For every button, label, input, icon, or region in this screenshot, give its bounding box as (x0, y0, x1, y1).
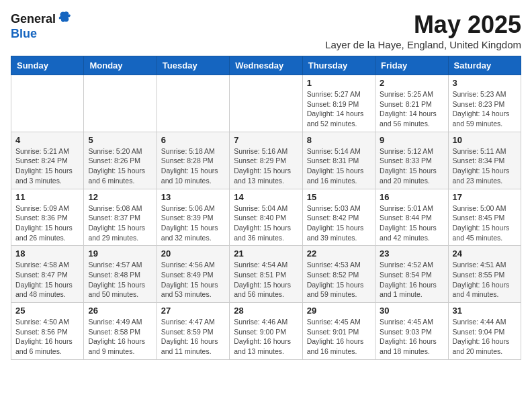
logo-bird-icon (58, 11, 71, 27)
calendar-cell: 31Sunrise: 4:44 AM Sunset: 9:04 PM Dayli… (448, 303, 521, 360)
day-info: Sunrise: 4:49 AM Sunset: 8:58 PM Dayligh… (88, 317, 152, 357)
calendar-cell: 19Sunrise: 4:57 AM Sunset: 8:48 PM Dayli… (84, 246, 157, 303)
calendar-cell: 5Sunrise: 5:20 AM Sunset: 8:26 PM Daylig… (84, 132, 157, 189)
calendar-week-row: 18Sunrise: 4:58 AM Sunset: 8:47 PM Dayli… (11, 246, 521, 303)
day-info: Sunrise: 4:50 AM Sunset: 8:56 PM Dayligh… (15, 317, 79, 357)
calendar-header-sunday: Sunday (11, 56, 84, 75)
day-number: 31 (453, 306, 517, 316)
calendar-cell: 3Sunrise: 5:23 AM Sunset: 8:23 PM Daylig… (448, 75, 521, 132)
day-info: Sunrise: 5:27 AM Sunset: 8:19 PM Dayligh… (307, 89, 371, 129)
day-info: Sunrise: 5:08 AM Sunset: 8:37 PM Dayligh… (88, 203, 152, 243)
day-number: 24 (453, 248, 517, 259)
calendar-week-row: 1Sunrise: 5:27 AM Sunset: 8:19 PM Daylig… (11, 75, 521, 132)
calendar-cell: 8Sunrise: 5:14 AM Sunset: 8:31 PM Daylig… (302, 132, 375, 189)
calendar-cell: 20Sunrise: 4:56 AM Sunset: 8:49 PM Dayli… (157, 246, 229, 303)
day-number: 1 (307, 78, 371, 88)
day-number: 22 (307, 248, 371, 259)
day-number: 10 (453, 135, 517, 145)
day-info: Sunrise: 4:47 AM Sunset: 8:59 PM Dayligh… (161, 317, 225, 357)
day-info: Sunrise: 5:18 AM Sunset: 8:28 PM Dayligh… (161, 146, 225, 186)
day-info: Sunrise: 4:57 AM Sunset: 8:48 PM Dayligh… (88, 260, 152, 300)
day-number: 18 (15, 248, 79, 259)
day-number: 21 (234, 248, 298, 259)
day-number: 15 (307, 192, 371, 202)
calendar-cell: 9Sunrise: 5:12 AM Sunset: 8:33 PM Daylig… (375, 132, 448, 189)
calendar-header-monday: Monday (84, 56, 157, 75)
day-number: 30 (380, 306, 443, 316)
day-info: Sunrise: 4:45 AM Sunset: 9:03 PM Dayligh… (380, 317, 443, 357)
day-number: 20 (161, 248, 225, 259)
calendar-header-row: SundayMondayTuesdayWednesdayThursdayFrid… (11, 56, 521, 75)
calendar-week-row: 4Sunrise: 5:21 AM Sunset: 8:24 PM Daylig… (11, 132, 521, 189)
calendar: SundayMondayTuesdayWednesdayThursdayFrid… (11, 56, 521, 360)
day-info: Sunrise: 5:09 AM Sunset: 8:36 PM Dayligh… (15, 203, 79, 243)
calendar-cell (11, 75, 84, 132)
day-number: 6 (161, 135, 225, 145)
day-number: 19 (88, 248, 152, 259)
logo-general: General (11, 12, 56, 26)
day-info: Sunrise: 5:03 AM Sunset: 8:42 PM Dayligh… (307, 203, 371, 243)
calendar-cell (157, 75, 229, 132)
day-number: 3 (453, 78, 517, 88)
day-info: Sunrise: 5:23 AM Sunset: 8:23 PM Dayligh… (453, 89, 517, 129)
title-section: May 2025 Layer de la Haye, England, Unit… (325, 11, 521, 50)
calendar-cell: 18Sunrise: 4:58 AM Sunset: 8:47 PM Dayli… (11, 246, 84, 303)
calendar-cell: 16Sunrise: 5:01 AM Sunset: 8:44 PM Dayli… (375, 189, 448, 246)
day-number: 9 (380, 135, 443, 145)
calendar-cell: 4Sunrise: 5:21 AM Sunset: 8:24 PM Daylig… (11, 132, 84, 189)
calendar-cell: 12Sunrise: 5:08 AM Sunset: 8:37 PM Dayli… (84, 189, 157, 246)
location: Layer de la Haye, England, United Kingdo… (325, 39, 521, 50)
calendar-cell: 28Sunrise: 4:46 AM Sunset: 9:00 PM Dayli… (230, 303, 302, 360)
calendar-cell: 7Sunrise: 5:16 AM Sunset: 8:29 PM Daylig… (230, 132, 302, 189)
day-number: 8 (307, 135, 371, 145)
page-header: General Blue May 2025 Layer de la Haye, … (11, 11, 521, 50)
day-number: 26 (88, 306, 152, 316)
calendar-cell: 14Sunrise: 5:04 AM Sunset: 8:40 PM Dayli… (230, 189, 302, 246)
day-number: 7 (234, 135, 298, 145)
day-number: 17 (453, 192, 517, 202)
calendar-cell: 10Sunrise: 5:11 AM Sunset: 8:34 PM Dayli… (448, 132, 521, 189)
calendar-cell: 11Sunrise: 5:09 AM Sunset: 8:36 PM Dayli… (11, 189, 84, 246)
calendar-cell: 27Sunrise: 4:47 AM Sunset: 8:59 PM Dayli… (157, 303, 229, 360)
day-number: 2 (380, 78, 443, 88)
day-info: Sunrise: 5:04 AM Sunset: 8:40 PM Dayligh… (234, 203, 298, 243)
day-info: Sunrise: 5:00 AM Sunset: 8:45 PM Dayligh… (453, 203, 517, 243)
calendar-cell: 23Sunrise: 4:52 AM Sunset: 8:54 PM Dayli… (375, 246, 448, 303)
day-number: 25 (15, 306, 79, 316)
calendar-cell (84, 75, 157, 132)
day-info: Sunrise: 5:25 AM Sunset: 8:21 PM Dayligh… (380, 89, 443, 129)
day-info: Sunrise: 4:58 AM Sunset: 8:47 PM Dayligh… (15, 260, 79, 300)
calendar-cell: 1Sunrise: 5:27 AM Sunset: 8:19 PM Daylig… (302, 75, 375, 132)
calendar-week-row: 11Sunrise: 5:09 AM Sunset: 8:36 PM Dayli… (11, 189, 521, 246)
calendar-cell: 21Sunrise: 4:54 AM Sunset: 8:51 PM Dayli… (230, 246, 302, 303)
day-number: 12 (88, 192, 152, 202)
day-number: 23 (380, 248, 443, 259)
calendar-cell: 2Sunrise: 5:25 AM Sunset: 8:21 PM Daylig… (375, 75, 448, 132)
day-info: Sunrise: 4:56 AM Sunset: 8:49 PM Dayligh… (161, 260, 225, 300)
day-number: 14 (234, 192, 298, 202)
calendar-cell: 26Sunrise: 4:49 AM Sunset: 8:58 PM Dayli… (84, 303, 157, 360)
day-info: Sunrise: 5:12 AM Sunset: 8:33 PM Dayligh… (380, 146, 443, 186)
calendar-header-thursday: Thursday (302, 56, 375, 75)
calendar-header-friday: Friday (375, 56, 448, 75)
calendar-cell: 13Sunrise: 5:06 AM Sunset: 8:39 PM Dayli… (157, 189, 229, 246)
day-info: Sunrise: 4:46 AM Sunset: 9:00 PM Dayligh… (234, 317, 298, 357)
day-info: Sunrise: 4:53 AM Sunset: 8:52 PM Dayligh… (307, 260, 371, 300)
day-number: 11 (15, 192, 79, 202)
day-number: 4 (15, 135, 79, 145)
calendar-cell: 22Sunrise: 4:53 AM Sunset: 8:52 PM Dayli… (302, 246, 375, 303)
calendar-cell: 24Sunrise: 4:51 AM Sunset: 8:55 PM Dayli… (448, 246, 521, 303)
day-number: 13 (161, 192, 225, 202)
calendar-week-row: 25Sunrise: 4:50 AM Sunset: 8:56 PM Dayli… (11, 303, 521, 360)
calendar-cell: 25Sunrise: 4:50 AM Sunset: 8:56 PM Dayli… (11, 303, 84, 360)
day-info: Sunrise: 5:01 AM Sunset: 8:44 PM Dayligh… (380, 203, 443, 243)
day-info: Sunrise: 5:11 AM Sunset: 8:34 PM Dayligh… (453, 146, 517, 186)
day-info: Sunrise: 5:20 AM Sunset: 8:26 PM Dayligh… (88, 146, 152, 186)
calendar-cell (230, 75, 302, 132)
day-number: 29 (307, 306, 371, 316)
day-info: Sunrise: 4:45 AM Sunset: 9:01 PM Dayligh… (307, 317, 371, 357)
day-number: 27 (161, 306, 225, 316)
day-info: Sunrise: 4:51 AM Sunset: 8:55 PM Dayligh… (453, 260, 517, 300)
calendar-header-wednesday: Wednesday (230, 56, 302, 75)
day-info: Sunrise: 4:44 AM Sunset: 9:04 PM Dayligh… (453, 317, 517, 357)
